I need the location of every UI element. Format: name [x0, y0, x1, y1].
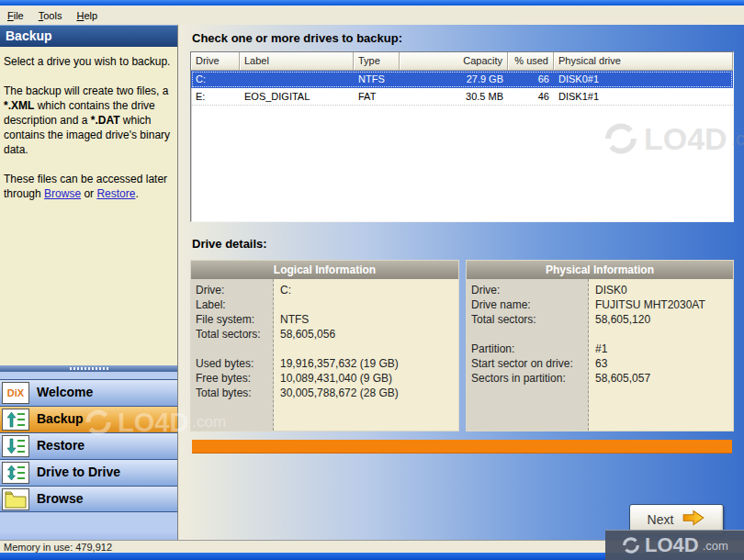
menu-tools[interactable]: Tools: [31, 8, 70, 23]
sidebar-nav: DiX Welcome Backup Restore Drive to Dri: [0, 372, 177, 532]
drive-list[interactable]: Drive Label Type Capacity % used Physica…: [190, 51, 734, 222]
browse-link[interactable]: Browse: [44, 187, 81, 200]
folder-icon: [2, 488, 29, 510]
sidebar-item-welcome[interactable]: DiX Welcome: [0, 379, 177, 406]
drive-to-drive-icon: [2, 462, 29, 484]
drives-heading: Check one or more drives to backup:: [192, 31, 402, 45]
status-bar: Memory in use: 479,912: [0, 540, 744, 553]
next-arrow-icon: [682, 508, 705, 531]
column-header-physical[interactable]: Physical drive: [554, 52, 733, 71]
sidebar-description: Select a drive you wish to backup. The b…: [0, 47, 177, 201]
physical-values: DISK0 FUJITSU MHT2030AT 58,605,120 #1 63…: [589, 279, 733, 431]
physical-information-panel: Physical Information Drive: Drive name: …: [466, 260, 734, 431]
logical-values: C: NTFS 58,605,056 19,916,357,632 (19 GB…: [274, 279, 458, 431]
drive-row-c[interactable]: C: NTFS 27.9 GB 66 DISK0#1: [191, 71, 733, 88]
sidebar-splitter-handle[interactable]: [0, 365, 177, 372]
dix-logo-icon: DiX: [2, 382, 29, 404]
memory-status-text: Memory in use: 479,912: [4, 542, 112, 553]
column-header-label[interactable]: Label: [240, 52, 354, 71]
sidebar-item-restore[interactable]: Restore: [0, 432, 177, 459]
drive-list-header: Drive Label Type Capacity % used Physica…: [191, 52, 733, 71]
dat-file-label: *.DAT: [91, 114, 120, 127]
progress-bar: [192, 440, 732, 454]
drive-row-e[interactable]: E: EOS_DIGITAL FAT 30.5 MB 46 DISK1#1: [191, 88, 733, 106]
sidebar: Backup Select a drive you wish to backup…: [0, 25, 178, 540]
logical-panel-title: Logical Information: [191, 261, 458, 279]
column-header-used[interactable]: % used: [508, 52, 554, 71]
xml-file-label: *.XML: [4, 99, 34, 112]
physical-labels: Drive: Drive name: Total sectors: Partit…: [467, 279, 589, 431]
menu-file[interactable]: File: [0, 8, 31, 23]
logical-information-panel: Logical Information Drive: Label: File s…: [190, 260, 459, 431]
splitter-dots-icon: [70, 367, 108, 370]
sidebar-title: Backup: [0, 25, 177, 47]
sidebar-paragraph-3: These files can be accessed later throug…: [4, 172, 173, 201]
sidebar-paragraph-2: The backup will create two files, a *.XM…: [4, 84, 173, 157]
column-header-drive[interactable]: Drive: [191, 52, 240, 71]
column-header-capacity[interactable]: Capacity: [400, 52, 508, 71]
main-panel: Check one or more drives to backup: Driv…: [179, 25, 744, 540]
sidebar-item-backup[interactable]: Backup: [0, 406, 177, 432]
column-header-type[interactable]: Type: [354, 52, 400, 71]
details-heading: Drive details:: [192, 237, 267, 251]
menu-bar: File Tools Help: [0, 6, 744, 25]
logical-labels: Drive: Label: File system: Total sectors…: [191, 279, 274, 431]
sidebar-item-drive-to-drive[interactable]: Drive to Drive: [0, 459, 177, 486]
physical-panel-title: Physical Information: [467, 261, 733, 279]
next-button[interactable]: Next: [629, 504, 724, 534]
next-button-label: Next: [648, 512, 674, 527]
sidebar-paragraph-1: Select a drive you wish to backup.: [4, 54, 173, 69]
window-bottom-border: [0, 553, 744, 560]
sidebar-item-browse[interactable]: Browse: [0, 486, 177, 512]
app-window: File Tools Help Backup Select a drive yo…: [0, 0, 744, 560]
restore-link[interactable]: Restore: [96, 187, 135, 200]
menu-help[interactable]: Help: [69, 8, 105, 23]
restore-drive-icon: [2, 435, 29, 457]
backup-drive-icon: [2, 409, 29, 431]
